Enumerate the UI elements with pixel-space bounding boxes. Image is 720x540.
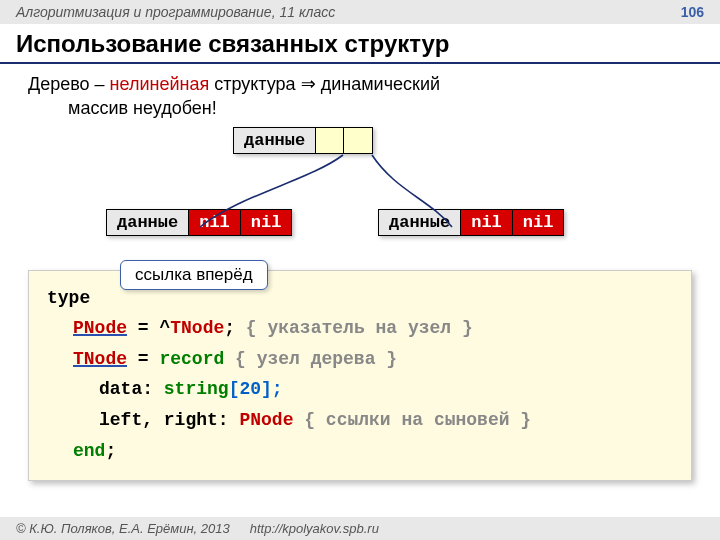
intro-text: Дерево – нелинейная структура ⇒ динамиче… xyxy=(28,72,692,121)
course-label: Алгоритмизация и программирование, 11 кл… xyxy=(16,4,335,20)
copyright: © К.Ю. Поляков, Е.А. Ерёмин, 2013 xyxy=(16,521,230,536)
footer-url: http://kpolyakov.spb.ru xyxy=(250,521,379,536)
forward-ref-callout: ссылка вперёд xyxy=(120,260,268,290)
slide-title: Использование связанных структур xyxy=(0,24,720,64)
root-node: данные xyxy=(233,127,373,154)
tree-diagram: данные данные nil nil данные nil nil xyxy=(28,127,692,262)
left-child-node: данные nil nil xyxy=(106,209,292,236)
right-ptr xyxy=(344,128,372,153)
footer-bar: © К.Ю. Поляков, Е.А. Ерёмин, 2013 http:/… xyxy=(0,517,720,540)
right-child-node: данные nil nil xyxy=(378,209,564,236)
code-block: type PNode = ^TNode; { указатель на узел… xyxy=(28,270,692,482)
header-bar: Алгоритмизация и программирование, 11 кл… xyxy=(0,0,720,24)
page-number: 106 xyxy=(681,4,704,20)
left-ptr xyxy=(316,128,344,153)
